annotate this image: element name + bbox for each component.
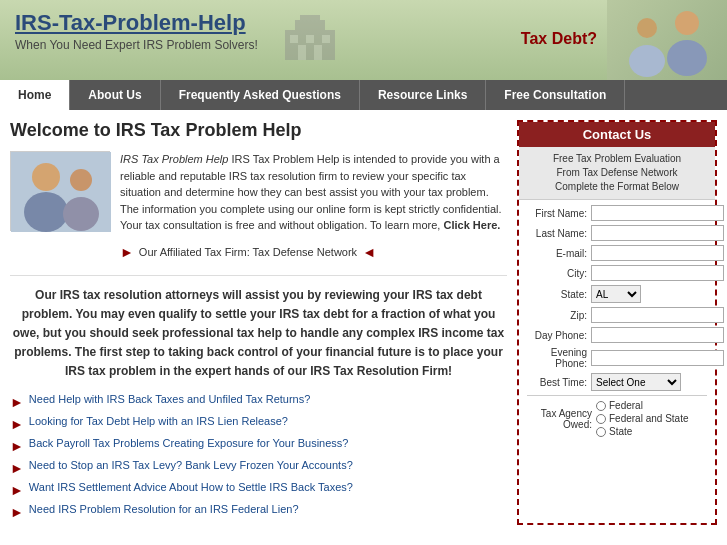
state-label: State: — [527, 289, 587, 300]
best-time-label: Best Time: — [527, 377, 587, 388]
click-here-link[interactable]: Click Here. — [443, 219, 500, 231]
site-name-em: IRS Tax Problem Help — [120, 153, 228, 165]
main-navigation: HomeAbout UsFrequently Asked QuestionsRe… — [0, 80, 727, 110]
svg-rect-0 — [285, 30, 335, 60]
arrow-icon-left: ► — [120, 242, 134, 263]
link-anchor[interactable]: Back Payroll Tax Problems Creating Expos… — [29, 437, 349, 449]
links-list: ►Need Help with IRS Back Taxes and Unfil… — [10, 393, 507, 520]
zip-row: Zip: — [527, 307, 707, 323]
radio-federal-state-input[interactable] — [596, 414, 606, 424]
first-name-row: First Name: — [527, 205, 707, 221]
tax-agency-row: Tax Agency Owed: Federal Federal and Sta… — [527, 400, 707, 437]
svg-rect-5 — [322, 35, 330, 43]
svg-point-11 — [629, 45, 665, 77]
main-paragraph: Our IRS tax resolution attorneys will as… — [10, 275, 507, 382]
list-item[interactable]: ►Need IRS Problem Resolution for an IRS … — [10, 503, 507, 520]
list-item[interactable]: ►Need Help with IRS Back Taxes and Unfil… — [10, 393, 507, 410]
arrow-icon-right: ◄ — [362, 242, 376, 263]
svg-point-8 — [675, 11, 699, 35]
list-item[interactable]: ►Need to Stop an IRS Tax Levy? Bank Levy… — [10, 459, 507, 476]
radio-federal-state-label: Federal and State — [609, 413, 689, 424]
last-name-label: Last Name: — [527, 228, 587, 239]
svg-point-13 — [32, 163, 60, 191]
subtext-line1: Free Tax Problem Evaluation — [527, 152, 707, 166]
best-time-row: Best Time: Select One Morning Afternoon … — [527, 373, 707, 391]
svg-point-10 — [637, 18, 657, 38]
radio-state-input[interactable] — [596, 427, 606, 437]
main-content: Welcome to IRS Tax Problem Help IRS Tax … — [0, 110, 727, 535]
svg-point-15 — [70, 169, 92, 191]
best-time-select[interactable]: Select One Morning Afternoon Evening — [591, 373, 681, 391]
city-row: City: — [527, 265, 707, 281]
subtext-line3: Complete the Format Below — [527, 180, 707, 194]
nav-item-about-us[interactable]: About Us — [70, 80, 160, 110]
link-anchor[interactable]: Need to Stop an IRS Tax Levy? Bank Levy … — [29, 459, 353, 471]
radio-state-label: State — [609, 426, 632, 437]
last-name-input[interactable] — [591, 225, 724, 241]
evening-phone-row: Evening Phone: — [527, 347, 707, 369]
arrow-icon: ► — [10, 438, 24, 454]
nav-item-home[interactable]: Home — [0, 80, 70, 110]
nav-item-free-consultation[interactable]: Free Consultation — [486, 80, 625, 110]
radio-federal-input[interactable] — [596, 401, 606, 411]
arrow-icon: ► — [10, 394, 24, 410]
svg-rect-1 — [295, 20, 325, 30]
tax-debt-badge: Tax Debt? — [521, 30, 597, 48]
zip-input[interactable] — [591, 307, 724, 323]
svg-point-16 — [63, 197, 99, 231]
radio-federal[interactable]: Federal — [596, 400, 689, 411]
state-select[interactable]: ALAKAZCACO FLGANYTX — [591, 285, 641, 303]
arrow-icon: ► — [10, 416, 24, 432]
svg-rect-7 — [314, 45, 322, 60]
contact-sidebar: Contact Us Free Tax Problem Evaluation F… — [517, 120, 717, 525]
svg-point-14 — [24, 192, 68, 232]
nav-item-resource-links[interactable]: Resource Links — [360, 80, 486, 110]
link-anchor[interactable]: Looking for Tax Debt Help with an IRS Li… — [29, 415, 288, 427]
last-name-row: Last Name: — [527, 225, 707, 241]
arrow-icon: ► — [10, 482, 24, 498]
intro-image — [10, 151, 110, 231]
svg-rect-4 — [306, 35, 314, 43]
affiliated-firm: ► Our Affiliated Tax Firm: Tax Defense N… — [120, 242, 507, 263]
contact-subtext: Free Tax Problem Evaluation From Tax Def… — [519, 147, 715, 200]
email-label: E-mail: — [527, 248, 587, 259]
subtext-line2: From Tax Defense Network — [527, 166, 707, 180]
link-anchor[interactable]: Need IRS Problem Resolution for an IRS F… — [29, 503, 299, 515]
welcome-title: Welcome to IRS Tax Problem Help — [10, 120, 507, 141]
tax-agency-radio-group: Federal Federal and State State — [596, 400, 689, 437]
svg-point-9 — [667, 40, 707, 76]
arrow-icon: ► — [10, 504, 24, 520]
list-item[interactable]: ►Back Payroll Tax Problems Creating Expo… — [10, 437, 507, 454]
evening-phone-input[interactable] — [591, 350, 724, 366]
contact-header: Contact Us — [519, 122, 715, 147]
link-anchor[interactable]: Need Help with IRS Back Taxes and Unfile… — [29, 393, 310, 405]
first-name-input[interactable] — [591, 205, 724, 221]
city-input[interactable] — [591, 265, 724, 281]
left-content: Welcome to IRS Tax Problem Help IRS Tax … — [10, 120, 517, 525]
city-label: City: — [527, 268, 587, 279]
tax-agency-label: Tax Agency Owed: — [527, 408, 592, 430]
radio-federal-state[interactable]: Federal and State — [596, 413, 689, 424]
day-phone-label: Day Phone: — [527, 330, 587, 341]
zip-label: Zip: — [527, 310, 587, 321]
arrow-icon: ► — [10, 460, 24, 476]
list-item[interactable]: ►Want IRS Settlement Advice About How to… — [10, 481, 507, 498]
day-phone-input[interactable] — [591, 327, 724, 343]
intro-text: IRS Tax Problem Help IRS Tax Problem Hel… — [120, 151, 507, 263]
nav-item-frequently-asked-questions[interactable]: Frequently Asked Questions — [161, 80, 360, 110]
radio-state[interactable]: State — [596, 426, 689, 437]
email-row: E-mail: — [527, 245, 707, 261]
list-item[interactable]: ►Looking for Tax Debt Help with an IRS L… — [10, 415, 507, 432]
state-row: State: ALAKAZCACO FLGANYTX — [527, 285, 707, 303]
svg-rect-3 — [290, 35, 298, 43]
email-input[interactable] — [591, 245, 724, 261]
evening-phone-label: Evening Phone: — [527, 347, 587, 369]
svg-rect-6 — [298, 45, 306, 60]
radio-federal-label: Federal — [609, 400, 643, 411]
svg-rect-2 — [300, 15, 320, 20]
link-anchor[interactable]: Want IRS Settlement Advice About How to … — [29, 481, 353, 493]
header-image — [607, 0, 727, 80]
form-divider — [527, 395, 707, 396]
first-name-label: First Name: — [527, 208, 587, 219]
contact-form: First Name: Last Name: E-mail: City: Sta… — [519, 200, 715, 446]
